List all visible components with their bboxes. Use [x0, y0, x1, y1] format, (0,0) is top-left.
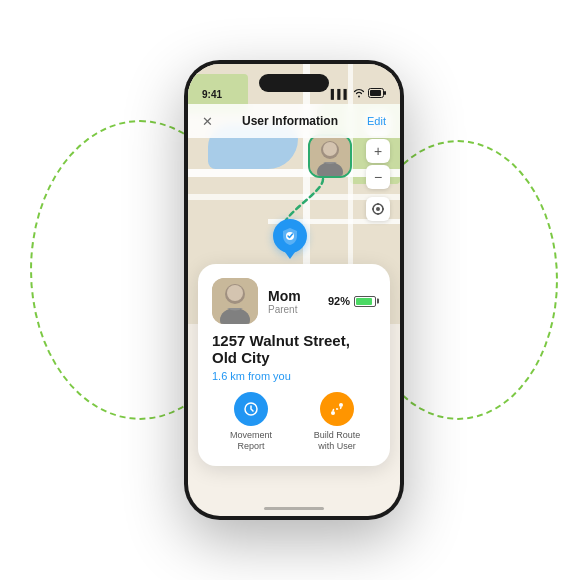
map-person-avatar [308, 134, 352, 178]
card-address: 1257 Walnut Street, Old City [212, 332, 376, 366]
svg-point-11 [376, 207, 380, 211]
status-icons: ▌▌▌ [331, 88, 386, 100]
movement-report-icon [234, 392, 268, 426]
nav-title: User Information [242, 114, 338, 128]
phone-screen: 9:41 ▌▌▌ [188, 64, 400, 516]
svg-point-6 [323, 142, 337, 156]
card-header: Mom Parent 92% [212, 278, 376, 324]
battery-status-icon [368, 88, 386, 100]
build-route-label: Build Routewith User [314, 430, 361, 452]
battery-fill [356, 298, 372, 305]
map-zoom-controls: + − [366, 139, 390, 221]
card-user-name: Mom [268, 288, 328, 304]
card-actions: MovementReport Build Routewith User [212, 392, 376, 452]
wifi-icon [353, 88, 365, 100]
safe-zone-marker [273, 219, 307, 253]
battery-icon [354, 296, 376, 307]
signal-icon: ▌▌▌ [331, 89, 350, 99]
locate-button[interactable] [366, 197, 390, 221]
card-avatar [212, 278, 258, 324]
card-distance: 1.6 km from you [212, 370, 376, 382]
battery-percentage: 92% [328, 295, 350, 307]
svg-point-21 [331, 411, 335, 415]
movement-report-button[interactable]: MovementReport [212, 392, 290, 452]
svg-rect-1 [384, 91, 386, 95]
svg-point-19 [227, 285, 243, 301]
build-route-button[interactable]: Build Routewith User [298, 392, 376, 452]
close-button[interactable]: ✕ [202, 114, 213, 129]
card-battery: 92% [328, 295, 376, 307]
nav-bar: ✕ User Information Edit [188, 104, 400, 138]
card-user-info: Mom Parent [268, 288, 328, 315]
build-route-icon [320, 392, 354, 426]
dynamic-island [259, 74, 329, 92]
zoom-in-button[interactable]: + [366, 139, 390, 163]
movement-report-label: MovementReport [230, 430, 272, 452]
zoom-out-button[interactable]: − [366, 165, 390, 189]
info-card: Mom Parent 92% 1257 Walnut Street, Old C… [198, 264, 390, 466]
edit-button[interactable]: Edit [367, 115, 386, 127]
home-indicator [264, 507, 324, 510]
phone-frame: 9:41 ▌▌▌ [184, 60, 404, 520]
status-time: 9:41 [202, 89, 222, 100]
card-user-role: Parent [268, 304, 328, 315]
svg-point-22 [339, 403, 343, 407]
svg-rect-2 [370, 90, 381, 96]
